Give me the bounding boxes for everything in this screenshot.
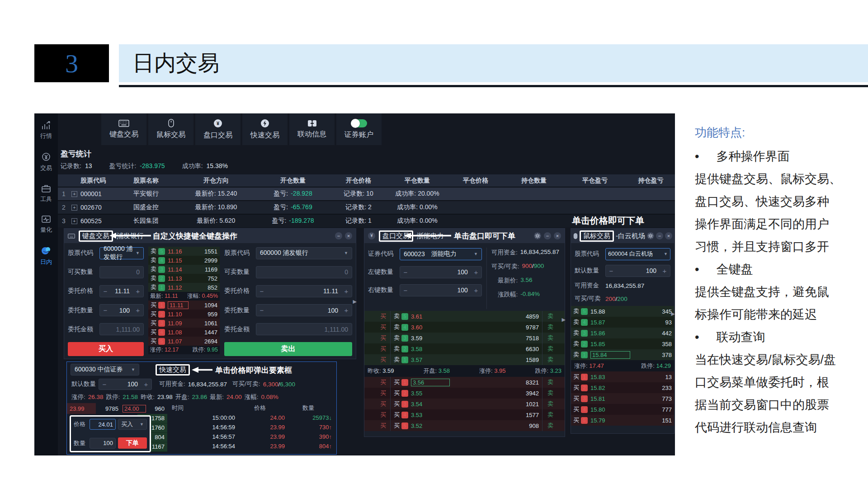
plus-icon[interactable]: + — [341, 306, 352, 314]
ask-row[interactable]: 买卖33.597518卖 — [364, 333, 565, 343]
plus-icon[interactable]: + — [659, 267, 670, 275]
plus-icon[interactable]: + — [132, 287, 143, 295]
plus-icon[interactable]: + — [471, 268, 481, 276]
bid-row[interactable]: 买415.80777 — [571, 404, 674, 415]
toolbar-depth-trading[interactable]: ¥ 盘口交易 — [195, 113, 241, 145]
col-header[interactable]: 平仓盈亏 — [563, 177, 627, 185]
toolbar-quick-trading[interactable]: 快速交易 — [242, 113, 288, 145]
bid-row[interactable]: 买买23.553942卖 — [364, 388, 565, 399]
bid-row[interactable]: 买115.8313 — [571, 371, 674, 382]
buy-hint-cell[interactable]: 买 — [364, 354, 391, 365]
plus-icon[interactable]: + — [471, 286, 481, 294]
panel-title-highlight-box[interactable]: 鼠标交易 — [580, 230, 614, 242]
minus-icon[interactable]: − — [99, 380, 110, 388]
panel-title-highlight-box[interactable]: 键盘交易 — [79, 230, 113, 242]
bid-row[interactable]: 买211.10959 — [148, 310, 220, 319]
left-click-qty-stepper[interactable]: − 100 + — [400, 266, 482, 278]
sell-button[interactable]: 卖出 — [224, 342, 352, 356]
bid-row[interactable]: 买215.82233 — [571, 382, 674, 393]
col-header[interactable]: 股票名称 — [117, 177, 175, 185]
minus-icon[interactable]: − — [606, 267, 617, 275]
ask-row[interactable]: 卖411.152999 — [148, 256, 220, 265]
buy-hint-cell[interactable]: 买 — [364, 388, 391, 399]
minus-icon[interactable]: − — [400, 286, 411, 294]
stock-code-select[interactable]: 600004 白云机场▼ — [605, 248, 670, 260]
bid-row[interactable]: 买买43.531577卖 — [364, 409, 565, 420]
toolbar-linked-info[interactable]: 联动信息 — [289, 113, 335, 145]
sidebar-item-market[interactable]: 行情 — [40, 121, 52, 140]
minimize-icon[interactable]: − — [544, 232, 551, 239]
gear-icon[interactable] — [647, 232, 654, 239]
sell-hint-cell[interactable]: 卖 — [542, 311, 565, 322]
order-qty-stepper[interactable]: − 100 + — [99, 304, 144, 316]
plus-icon[interactable]: + — [132, 306, 143, 314]
expand-icon[interactable] — [71, 218, 77, 224]
minus-icon[interactable]: − — [100, 287, 111, 295]
ask-row[interactable]: 卖511.161551 — [148, 247, 220, 256]
ask-row[interactable]: 卖115.84378 — [571, 349, 674, 360]
col-header[interactable]: 平仓数量 — [388, 177, 447, 185]
popup-price-input[interactable]: 24.01 — [90, 419, 116, 430]
sell-hint-cell[interactable]: 卖 — [542, 322, 565, 333]
table-row[interactable]: 1 000001 平安银行 最新价: 15.240 盈亏: -28.928 记录… — [58, 187, 675, 200]
ask-row[interactable]: 卖515.88345 — [571, 306, 674, 317]
order-price-stepper[interactable]: − 11.11 + — [256, 285, 352, 297]
toolbar-mouse-trading[interactable]: 鼠标交易 — [148, 113, 193, 145]
buyable-qty-field[interactable]: 0 — [99, 266, 144, 278]
popup-qty-input[interactable]: 100 — [90, 438, 116, 449]
sidebar-item-quant[interactable]: 量化 — [40, 215, 52, 234]
bid-row[interactable]: 买515.79151 — [571, 415, 674, 426]
default-qty-stepper[interactable]: − 100 + — [605, 265, 670, 277]
ask-row[interactable]: 买卖23.586630卖 — [364, 343, 565, 354]
sell-hint-cell[interactable]: 卖 — [542, 399, 565, 409]
plus-icon[interactable]: + — [341, 287, 352, 295]
close-icon[interactable]: × — [554, 232, 561, 239]
ask-row[interactable]: 买卖43.609787卖 — [364, 322, 565, 333]
bid-row[interactable]: 买买53.52908卖 — [364, 420, 565, 431]
stock-code-select[interactable]: 600023 浙能电力 ▼ — [400, 248, 482, 260]
sellable-qty-field[interactable]: 0 — [256, 266, 352, 278]
minus-icon[interactable]: − — [400, 268, 411, 276]
minus-icon[interactable]: − — [256, 287, 267, 295]
ask-row[interactable]: 买卖53.614859卖 — [364, 311, 565, 322]
ask-row[interactable]: 卖215.85358 — [571, 338, 674, 349]
buy-hint-cell[interactable]: 买 — [364, 399, 391, 409]
bid-row[interactable]: 买买13.568321卖 — [364, 377, 565, 388]
right-click-qty-stepper[interactable]: − 100 + — [400, 284, 482, 296]
panel-expand-handle[interactable] — [562, 317, 566, 323]
panel-expand-handle[interactable] — [353, 299, 357, 305]
sell-hint-cell[interactable]: 卖 — [542, 343, 565, 354]
toolbar-keyboard-trading[interactable]: 键盘交易 — [101, 113, 146, 145]
ask-row[interactable]: 卖211.13752 — [148, 274, 220, 283]
bid-row[interactable]: 买315.81773 — [571, 393, 674, 404]
default-qty-stepper[interactable]: − 100 + — [99, 379, 152, 390]
sell-hint-cell[interactable]: 卖 — [542, 333, 565, 343]
place-order-button[interactable]: 下单 — [118, 437, 147, 449]
panel-title-highlight-box[interactable]: 快速交易 — [156, 364, 190, 375]
ask-row[interactable]: 卖315.86442 — [571, 328, 674, 338]
close-icon[interactable]: × — [345, 232, 352, 239]
sidebar-item-trade[interactable]: 交易 — [40, 152, 52, 172]
bid-price-cell[interactable]: 23.99 — [67, 403, 96, 414]
buy-hint-cell[interactable]: 买 — [364, 322, 391, 333]
bid-row[interactable]: 买买33.541021卖 — [364, 399, 565, 409]
toolbar-account-toggle[interactable]: 证券账户 — [336, 113, 382, 145]
close-icon[interactable]: × — [665, 232, 672, 239]
ask-price-cell[interactable]: 24.00 — [123, 405, 146, 413]
sidebar-item-tools[interactable]: 工具 — [40, 184, 52, 203]
minimize-icon[interactable]: − — [335, 232, 342, 239]
buy-hint-cell[interactable]: 买 — [364, 311, 391, 322]
popup-side-select[interactable]: 买入▼ — [118, 419, 147, 430]
bid-row[interactable]: 买511.072694 — [148, 337, 220, 346]
sell-hint-cell[interactable]: 卖 — [542, 388, 565, 399]
sidebar-item-intraday[interactable]: 日内 — [40, 246, 52, 266]
col-header[interactable]: 平仓价格 — [447, 177, 505, 185]
order-amount-field[interactable]: 1,111.00 — [99, 323, 144, 335]
table-row[interactable]: 2 002670 国盛金控 最新价: 10.890 盈亏: -65.769 记录… — [58, 200, 675, 214]
col-header[interactable]: 持仓盈亏 — [627, 177, 675, 185]
buy-hint-cell[interactable]: 买 — [364, 409, 391, 420]
sell-hint-cell[interactable]: 卖 — [542, 409, 565, 420]
panel-expand-handle[interactable] — [671, 311, 675, 317]
col-header[interactable]: 持仓数量 — [505, 177, 563, 185]
order-amount-field[interactable]: 1,111.00 — [256, 323, 352, 335]
